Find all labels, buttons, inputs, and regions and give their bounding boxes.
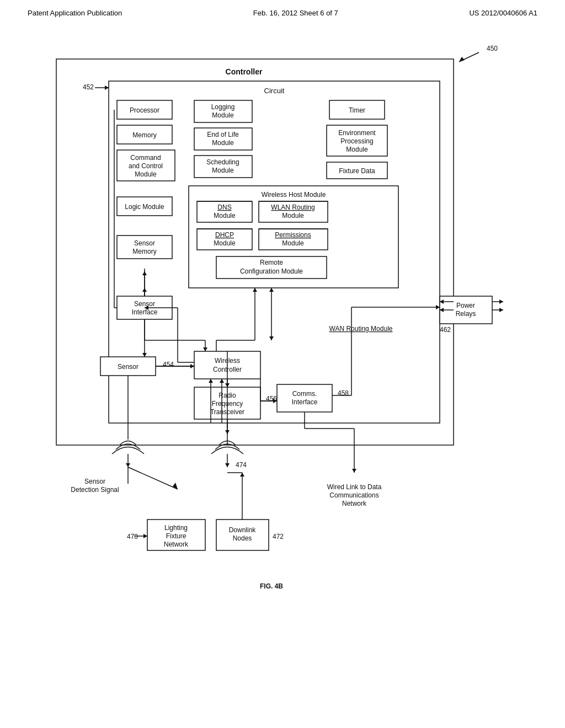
logging-box: Logging: [211, 103, 235, 111]
circuit-title: Circuit: [264, 87, 285, 95]
svg-marker-1: [459, 57, 465, 62]
label-474: 474: [236, 461, 247, 469]
fixture-data-box: Fixture Data: [339, 167, 375, 175]
wlan-box2: Module: [282, 212, 304, 220]
dns-box: DNS: [217, 204, 231, 211]
comms-box: Comms.: [292, 390, 317, 398]
dhcp-box: DHCP: [215, 231, 234, 239]
dns-box2: Module: [214, 212, 236, 220]
remote-config-box2: Configuration Module: [240, 267, 303, 275]
power-relays-box2: Relays: [456, 310, 476, 318]
header-center: Feb. 16, 2012 Sheet 6 of 7: [253, 9, 338, 17]
comms-box2: Interface: [292, 398, 318, 406]
lighting-fixture-box2: Fixture: [166, 532, 186, 540]
svg-marker-66: [143, 534, 147, 538]
eol-box2: Module: [212, 139, 234, 147]
lighting-fixture-box3: Network: [164, 540, 189, 548]
downlink-nodes-box: Downlink: [229, 526, 257, 534]
command-control-box2: and Control: [129, 162, 163, 170]
env-box: Environment: [338, 129, 376, 137]
command-control-box3: Module: [135, 170, 157, 178]
dhcp-box2: Module: [214, 239, 236, 247]
timer-box: Timer: [349, 106, 365, 114]
svg-marker-56: [225, 463, 230, 467]
sensor-memory-box2: Memory: [132, 248, 156, 255]
label-472: 472: [273, 533, 284, 540]
downlink-nodes-box2: Nodes: [233, 534, 252, 542]
wired-link-text2: Communications: [329, 491, 379, 499]
processor-box: Processor: [130, 106, 159, 114]
svg-line-60: [128, 467, 178, 489]
svg-marker-34: [499, 299, 503, 304]
power-relays-box: Power: [456, 302, 475, 309]
svg-marker-36: [499, 308, 503, 312]
svg-marker-83: [240, 473, 244, 477]
env-box3: Module: [346, 146, 368, 153]
header-left: Patent Application Publication: [28, 9, 122, 17]
svg-marker-71: [352, 469, 356, 473]
svg-marker-54: [126, 463, 130, 467]
sensor-interface-box: Sensor: [134, 300, 155, 308]
sensor-interface-box2: Interface: [132, 308, 158, 316]
sensor-memory-box: Sensor: [134, 239, 155, 247]
sensor-detection-text2: Detection Signal: [71, 486, 119, 494]
env-box2: Processing: [340, 137, 373, 145]
remote-config-box: Remote: [260, 259, 283, 266]
lighting-fixture-box: Lighting: [164, 524, 188, 532]
label-470: 470: [127, 533, 138, 540]
permissions-box2: Module: [282, 239, 304, 247]
wired-link-text: Wired Link to Data: [327, 483, 382, 491]
scheduling-box: Scheduling: [206, 158, 239, 166]
wlan-box: WLAN Routing: [271, 204, 315, 211]
header-right: US 2012/0040606 A1: [469, 9, 537, 17]
sensor-box: Sensor: [118, 363, 138, 371]
permissions-box: Permissions: [275, 231, 311, 239]
wireless-host-title: Wireless Host Module: [262, 191, 326, 199]
logging-box2: Module: [212, 111, 234, 119]
wired-link-text3: Network: [342, 500, 367, 507]
page-header: Patent Application Publication Feb. 16, …: [0, 0, 565, 20]
label-458: 458: [338, 389, 349, 397]
sensor-detection-text: Sensor: [84, 478, 105, 485]
scheduling-box2: Module: [212, 167, 234, 174]
label-462: 462: [440, 326, 451, 334]
wan-routing-text: WAN Routing Module: [329, 325, 393, 333]
label-454: 454: [163, 361, 174, 368]
logic-module-box: Logic Module: [125, 203, 164, 211]
memory-box: Memory: [132, 131, 156, 139]
label-452: 452: [83, 83, 94, 91]
controller-title: Controller: [226, 67, 263, 76]
label-450: 450: [487, 45, 498, 52]
diagram-svg: text { font-family: Arial, sans-serif; f…: [23, 26, 542, 677]
command-control-box: Command: [130, 154, 161, 162]
fig-label: FIG. 4B: [260, 582, 283, 590]
eol-box: End of Life: [207, 131, 239, 138]
